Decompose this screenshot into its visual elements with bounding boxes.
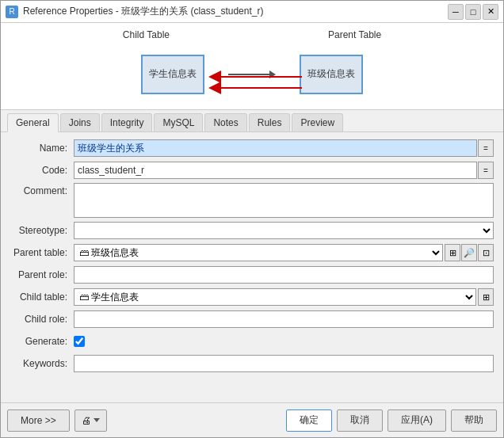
tab-mysql[interactable]: MySQL	[154, 113, 203, 131]
arrow-head	[269, 70, 276, 78]
generate-row: Generate:	[10, 332, 494, 351]
parent-table-new-button[interactable]: ⊡	[478, 244, 494, 261]
child-table-field-container: 🗃 学生信息表 ⊞	[74, 288, 494, 306]
name-label: Name:	[10, 143, 74, 154]
child-table-header: Child Table	[123, 29, 170, 40]
generate-label: Generate:	[10, 336, 74, 347]
child-table-box: 学生信息表	[141, 55, 204, 94]
name-field-container: =	[74, 139, 494, 157]
diagram-header: Child Table Parent Table	[1, 29, 503, 40]
tab-general[interactable]: General	[7, 113, 59, 132]
window-title: Reference Properties - 班级学生的关系 (class_st…	[23, 5, 263, 18]
tab-notes[interactable]: Notes	[204, 113, 246, 131]
child-table-label: Child table:	[10, 291, 74, 303]
parent-table-header: Parent Table	[328, 29, 381, 40]
parent-table-box: 班级信息表	[300, 55, 363, 94]
comment-row: Comment:	[10, 183, 494, 218]
code-row: Code: =	[10, 161, 494, 180]
tab-joins[interactable]: Joins	[60, 113, 100, 131]
stereotype-select[interactable]	[74, 222, 494, 239]
minimize-button[interactable]: ─	[448, 4, 464, 20]
code-label: Code:	[10, 165, 74, 176]
name-input[interactable]	[74, 139, 477, 157]
diagram-content: 学生信息表 班级信息表	[141, 55, 363, 94]
title-bar-left: R Reference Properties - 班级学生的关系 (class_…	[6, 5, 263, 18]
parent-table-select[interactable]: 🗃 班级信息表	[74, 244, 443, 261]
tab-integrity[interactable]: Integrity	[101, 113, 153, 131]
keywords-label: Keywords:	[10, 358, 74, 369]
parent-role-input[interactable]	[74, 266, 494, 284]
maximize-button[interactable]: □	[465, 4, 481, 20]
child-table-browse-button[interactable]: ⊞	[478, 288, 494, 306]
window: R Reference Properties - 班级学生的关系 (class_…	[0, 0, 504, 438]
code-field-container: =	[74, 162, 494, 179]
keywords-row: Keywords:	[10, 354, 494, 373]
parent-table-field-container: 🗃 班级信息表 ⊞ 🔎 ⊡	[74, 244, 494, 261]
tab-rules[interactable]: Rules	[249, 113, 291, 131]
form-area: Name: = Code: = Comment: Stereotype:	[1, 132, 503, 402]
window-icon: R	[6, 6, 18, 18]
parent-table-browse-button[interactable]: ⊞	[445, 244, 460, 261]
diagram-area: Child Table Parent Table 学生信息表 班级信息表	[1, 23, 503, 110]
child-table-buttons: ⊞	[478, 288, 494, 306]
arrow-line	[228, 74, 270, 75]
stereotype-row: Stereotype:	[10, 221, 494, 240]
print-button[interactable]: 🖨	[74, 409, 107, 432]
keywords-input[interactable]	[74, 355, 494, 372]
child-table-row: Child table: 🗃 学生信息表 ⊞	[10, 288, 494, 307]
generate-checkbox-container	[74, 336, 85, 347]
title-bar: R Reference Properties - 班级学生的关系 (class_…	[1, 1, 503, 23]
parent-table-edit-button[interactable]: 🔎	[461, 244, 477, 261]
parent-table-row: Parent table: 🗃 班级信息表 ⊞ 🔎 ⊡	[10, 243, 494, 262]
bottom-bar: More >> 🖨 确定 取消 应用(A) 帮助	[1, 402, 503, 437]
stereotype-label: Stereotype:	[10, 225, 74, 236]
apply-button[interactable]: 应用(A)	[388, 409, 446, 432]
child-table-select[interactable]: 🗃 学生信息表	[74, 288, 476, 306]
confirm-button[interactable]: 确定	[286, 409, 332, 432]
name-more-button[interactable]: =	[478, 139, 494, 157]
child-role-row: Child role:	[10, 310, 494, 329]
parent-role-row: Parent role:	[10, 265, 494, 284]
child-role-label: Child role:	[10, 314, 74, 325]
name-row: Name: =	[10, 139, 494, 158]
printer-icon: 🖨	[82, 415, 91, 426]
dropdown-icon	[94, 418, 100, 422]
code-input[interactable]	[74, 162, 477, 179]
generate-checkbox[interactable]	[74, 336, 85, 347]
cancel-button[interactable]: 取消	[337, 409, 383, 432]
parent-role-label: Parent role:	[10, 269, 74, 280]
diagram-arrow	[228, 70, 276, 78]
more-button[interactable]: More >>	[7, 409, 70, 432]
code-more-button[interactable]: =	[478, 162, 494, 179]
comment-input[interactable]	[74, 183, 494, 218]
tabs-container: General Joins Integrity MySQL Notes Rule…	[1, 110, 503, 132]
tab-preview[interactable]: Preview	[292, 113, 343, 131]
child-role-input[interactable]	[74, 310, 494, 328]
help-button[interactable]: 帮助	[451, 409, 497, 432]
close-button[interactable]: ✕	[483, 4, 498, 20]
title-buttons: ─ □ ✕	[448, 4, 498, 20]
comment-label: Comment:	[10, 183, 74, 196]
parent-table-label: Parent table:	[10, 247, 74, 258]
parent-table-buttons: ⊞ 🔎 ⊡	[445, 244, 494, 261]
